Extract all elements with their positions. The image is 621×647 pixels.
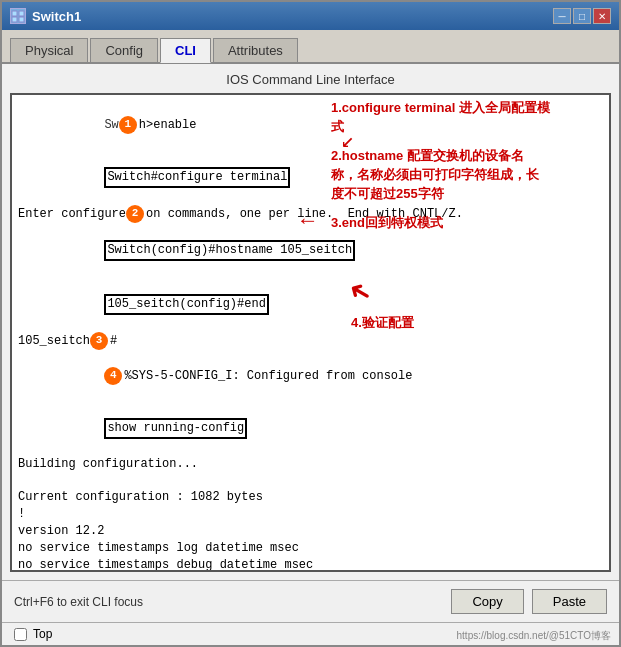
cli-line-15: no service timestamps debug datetime mse… bbox=[18, 557, 603, 570]
footer-bar: Top https://blog.csdn.net/@51CTO博客 bbox=[2, 622, 619, 645]
cli-line-14: no service timestamps log datetime msec bbox=[18, 540, 603, 557]
cli-terminal[interactable]: Sw1h>enable Switch#configure terminal En… bbox=[12, 95, 609, 570]
tabs-bar: Physical Config CLI Attributes bbox=[2, 30, 619, 64]
cli-line-3: Enter configure2on commands, one per lin… bbox=[18, 205, 603, 223]
minimize-button[interactable]: ─ bbox=[553, 8, 571, 24]
cli-line-13: version 12.2 bbox=[18, 523, 603, 540]
svg-rect-2 bbox=[12, 17, 17, 22]
cli-container[interactable]: Sw1h>enable Switch#configure terminal En… bbox=[10, 93, 611, 572]
cli-focus-hint: Ctrl+F6 to exit CLI focus bbox=[14, 595, 143, 609]
main-content: IOS Command Line Interface Sw1h>enable S… bbox=[2, 64, 619, 580]
badge-1: 1 bbox=[119, 116, 137, 134]
badge-3: 3 bbox=[90, 332, 108, 350]
window-controls: ─ □ ✕ bbox=[553, 8, 611, 24]
cmd-end: 105_seitch(config)#end bbox=[104, 294, 268, 315]
cli-line-4: Switch(config)#hostname 105_seitch bbox=[18, 223, 603, 277]
badge-4: 4 bbox=[104, 367, 122, 385]
top-checkbox[interactable] bbox=[14, 628, 27, 641]
svg-rect-3 bbox=[19, 17, 24, 22]
tab-physical[interactable]: Physical bbox=[10, 38, 88, 62]
cli-line-1: Sw1h>enable bbox=[18, 99, 603, 151]
tab-config[interactable]: Config bbox=[90, 38, 158, 62]
cli-content-wrapper: Sw1h>enable Switch#configure terminal En… bbox=[18, 99, 603, 570]
cmd-configure: Switch#configure terminal bbox=[104, 167, 290, 188]
copy-button[interactable]: Copy bbox=[451, 589, 523, 614]
cli-line-2: Switch#configure terminal bbox=[18, 151, 603, 205]
bottom-bar: Ctrl+F6 to exit CLI focus Copy Paste bbox=[2, 580, 619, 622]
cli-line-8: show running-config bbox=[18, 401, 603, 455]
svg-rect-1 bbox=[19, 11, 24, 16]
tab-cli[interactable]: CLI bbox=[160, 38, 211, 63]
cli-line-6: 105_seitch3# bbox=[18, 332, 603, 350]
cli-line-7: 4%SYS-5-CONFIG_I: Configured from consol… bbox=[18, 350, 603, 402]
cmd-hostname: Switch(config)#hostname 105_seitch bbox=[104, 240, 355, 261]
window-title: Switch1 bbox=[32, 9, 553, 24]
cli-line-5: 105_seitch(config)#end bbox=[18, 277, 603, 331]
cli-line-11: Current configuration : 1082 bytes bbox=[18, 489, 603, 506]
cmd-show: show running-config bbox=[104, 418, 247, 439]
bottom-buttons: Copy Paste bbox=[451, 589, 607, 614]
top-label: Top bbox=[33, 627, 52, 641]
cli-line-10 bbox=[18, 473, 603, 490]
badge-2: 2 bbox=[126, 205, 144, 223]
svg-rect-0 bbox=[12, 11, 17, 16]
maximize-button[interactable]: □ bbox=[573, 8, 591, 24]
close-button[interactable]: ✕ bbox=[593, 8, 611, 24]
top-checkbox-wrap: Top bbox=[14, 627, 52, 641]
watermark: https://blog.csdn.net/@51CTO博客 bbox=[457, 629, 611, 643]
title-bar: Switch1 ─ □ ✕ bbox=[2, 2, 619, 30]
cli-line-12: ! bbox=[18, 506, 603, 523]
tab-attributes[interactable]: Attributes bbox=[213, 38, 298, 62]
paste-button[interactable]: Paste bbox=[532, 589, 607, 614]
main-window: Switch1 ─ □ ✕ Physical Config CLI Attrib… bbox=[0, 0, 621, 647]
app-icon bbox=[10, 8, 26, 24]
section-title: IOS Command Line Interface bbox=[10, 72, 611, 87]
cli-line-9: Building configuration... bbox=[18, 456, 603, 473]
